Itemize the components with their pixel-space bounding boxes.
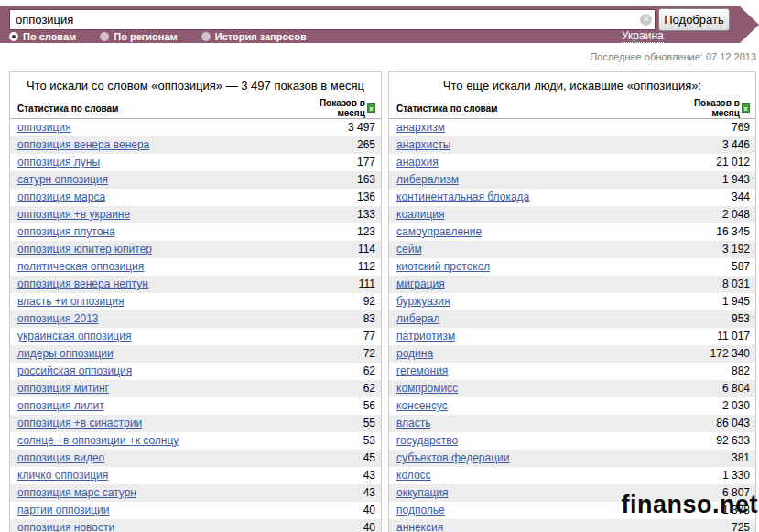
shows-per-month-value: 83	[297, 310, 381, 328]
clear-input-icon[interactable]: ✕	[640, 14, 652, 26]
tab-query-history[interactable]: История запросов	[201, 31, 307, 42]
keyword-link[interactable]: анархия	[396, 156, 439, 168]
shows-per-month-value: 3 497	[297, 119, 381, 136]
shows-per-month-value: 3 446	[671, 136, 755, 154]
keyword-link[interactable]: оппозиция видео	[17, 451, 104, 464]
keyword-link[interactable]: кличко оппозиция	[17, 469, 108, 482]
keyword-link[interactable]: власть	[396, 417, 431, 429]
keyword-link[interactable]: оппозиция венера венера	[17, 138, 149, 151]
keyword-link[interactable]: солнце +в оппозиции +к солнцу	[17, 434, 179, 447]
table-row: компромисс6 804	[389, 380, 755, 397]
radio-icon	[9, 32, 18, 41]
shows-per-month-value: 133	[297, 206, 381, 223]
xls-export-icon[interactable]: x	[367, 103, 375, 113]
shows-per-month-value: 265	[297, 136, 381, 154]
keyword-link[interactable]: самоуправление	[396, 225, 482, 238]
keyword-link[interactable]: оппозиция плутона	[17, 225, 115, 238]
keyword-link[interactable]: гегемония	[396, 364, 448, 377]
keyword-link[interactable]: миграция	[396, 277, 445, 290]
keyword-link[interactable]: либерализм	[396, 173, 459, 186]
keyword-link[interactable]: сейм	[396, 243, 422, 255]
keyword-link[interactable]: субъектов федерации	[396, 451, 510, 464]
shows-per-month-value: 136	[297, 189, 381, 206]
table-row: оппозиция видео45	[10, 450, 381, 467]
keyword-link[interactable]: буржуазия	[396, 295, 450, 308]
keyword-link[interactable]: оппозиция митинг	[17, 382, 109, 395]
table-row: оппозиция плутона123	[10, 223, 381, 241]
keyword-link[interactable]: либерал	[396, 312, 439, 325]
table-row: буржуазия1 945	[389, 293, 755, 310]
keyword-link[interactable]: оппозиция луны	[17, 156, 100, 168]
tab-by-regions[interactable]: По регионам	[100, 31, 177, 42]
table-row: солнце +в оппозиции +к солнцу53	[10, 432, 381, 450]
keyword-link[interactable]: оппозиция +в синастрии	[17, 417, 142, 429]
keyword-link[interactable]: оппозиция венера нептун	[17, 277, 148, 290]
table-row: либерализм1 943	[389, 171, 755, 189]
keyword-link[interactable]: оппозиция юпитер юпитер	[17, 243, 152, 255]
keyword-link[interactable]: компромисс	[396, 382, 458, 395]
keyword-link[interactable]: российская оппозиция	[17, 364, 132, 377]
submit-button[interactable]: Подобрать	[658, 8, 730, 31]
shows-per-month-value: 177	[297, 154, 381, 171]
tab-by-words[interactable]: По словам	[9, 31, 76, 42]
xls-export-icon[interactable]: x	[742, 103, 750, 113]
keyword-link[interactable]: оппозиция +в украине	[17, 208, 130, 221]
table-row: государство92 633	[389, 432, 755, 450]
keyword-link[interactable]: государство	[396, 434, 458, 447]
keyword-link[interactable]: сатурн оппозиция	[17, 173, 108, 186]
table-row: миграция8 031	[389, 276, 755, 293]
keyword-link[interactable]: патриотизм	[396, 330, 455, 342]
keyword-link[interactable]: оппозиция новости	[17, 521, 114, 532]
table-row: субъектов федерации381	[389, 450, 755, 467]
table-row: политическая оппозиция112	[10, 258, 381, 276]
table-row: оккупация6 807	[389, 484, 755, 502]
shows-per-month-value: 21 012	[671, 154, 755, 171]
keyword-link[interactable]: анархисты	[396, 138, 450, 151]
column-header-shows-label: Показов в месяц	[671, 98, 740, 118]
search-input[interactable]	[9, 9, 656, 30]
table-row: оппозиция 201383	[10, 310, 381, 328]
table-row: киотский протокол587	[389, 258, 755, 276]
shows-per-month-value: 381	[671, 450, 755, 467]
keyword-link[interactable]: подполье	[396, 504, 445, 516]
keyword-link[interactable]: киотский протокол	[396, 260, 490, 273]
keyword-link[interactable]: оппозиция марса	[17, 190, 105, 203]
table-row: анархизм769	[389, 119, 755, 136]
keyword-link[interactable]: украинская оппозиция	[17, 330, 131, 342]
keyword-link[interactable]: континентальная блокада	[396, 190, 529, 203]
keyword-link[interactable]: аннексия	[396, 521, 443, 532]
keyword-link[interactable]: оккупация	[396, 486, 449, 499]
keyword-link[interactable]: партии оппозиции	[17, 504, 110, 516]
shows-per-month-value: 2 030	[671, 397, 755, 415]
table-row: континентальная блокада344	[389, 189, 755, 206]
shows-per-month-value: 112	[297, 258, 381, 276]
table-row: оппозиция венера венера265	[10, 136, 381, 154]
panel-title: Что искали со словом «оппозиция» — 3 497…	[10, 72, 381, 98]
table-row: оппозиция венера нептун111	[10, 276, 381, 293]
table-row: анархия21 012	[389, 154, 755, 171]
shows-per-month-value: 172 340	[671, 345, 755, 363]
keyword-link[interactable]: оппозиция	[17, 121, 71, 134]
shows-per-month-value: 769	[671, 119, 755, 136]
stats-table: Статистика по словам Показов в месяц x о…	[10, 98, 381, 532]
keyword-link[interactable]: политическая оппозиция	[17, 260, 144, 273]
table-row: патриотизм11 017	[389, 328, 755, 345]
keyword-link[interactable]: анархизм	[396, 121, 445, 134]
shows-per-month-value: 53	[297, 432, 381, 450]
region-selector[interactable]: Украина	[622, 29, 664, 43]
keyword-link[interactable]: коалиция	[396, 208, 445, 221]
shows-per-month-value: 40	[297, 519, 381, 532]
keyword-link[interactable]: оппозиция марс сатурн	[17, 486, 136, 499]
tab-label: История запросов	[215, 31, 307, 42]
keyword-link[interactable]: власть +и оппозиция	[17, 295, 124, 308]
shows-per-month-value: 123	[297, 223, 381, 241]
column-header-words: Статистика по словам	[10, 98, 297, 119]
keyword-link[interactable]: оппозиция лилит	[17, 399, 104, 412]
keyword-link[interactable]: лидеры оппозиции	[17, 347, 114, 360]
shows-per-month-value: 92	[297, 293, 381, 310]
keyword-link[interactable]: консенсус	[396, 399, 448, 412]
keyword-link[interactable]: родина	[396, 347, 433, 360]
keyword-link[interactable]: оппозиция 2013	[17, 312, 99, 325]
keyword-link[interactable]: колосс	[396, 469, 431, 482]
shows-per-month-value: 344	[671, 189, 755, 206]
